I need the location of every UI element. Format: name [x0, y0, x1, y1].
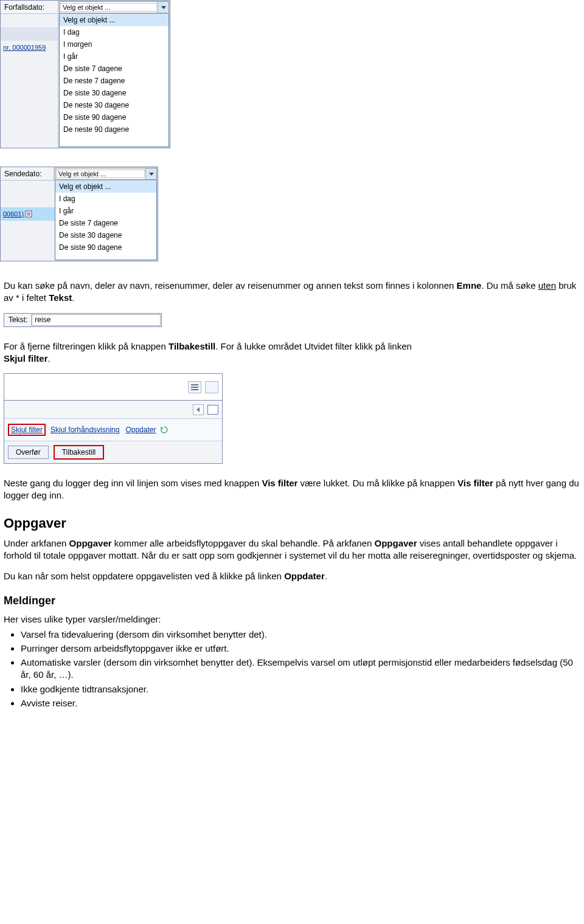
side-row-empty — [1, 108, 58, 121]
filter-toolbar-widget: Skjul filter Skjul forhåndsvisning Oppda… — [4, 373, 223, 464]
refresh-icon — [161, 426, 168, 433]
text: For å fjerne filtreringen klikk på knapp… — [4, 341, 169, 351]
dropdown-option[interactable]: De neste 30 dagene — [60, 99, 169, 111]
list-icon[interactable] — [188, 381, 201, 393]
tekst-bold: Tekst — [49, 292, 72, 303]
dropdown-option[interactable]: De siste 90 dagene — [55, 241, 156, 253]
side-row-empty — [1, 247, 58, 261]
dropdown-option[interactable]: Velg et objekt ... — [60, 14, 169, 26]
tilbakestill-button[interactable]: Tilbakestill — [54, 445, 105, 460]
code-link[interactable]: 00601) — [1, 207, 58, 221]
dropdown-option[interactable]: De neste 7 dagene — [60, 75, 169, 87]
side-row-empty — [1, 54, 58, 67]
dropdown-option[interactable]: I går — [55, 205, 156, 217]
filter-topbar — [4, 374, 222, 401]
text: . — [72, 292, 74, 303]
reference-number-link[interactable]: nr. 000001959 — [1, 41, 58, 54]
sendedato-dropdown: Sendedato: Velg et objekt ... 00601) Vel… — [0, 167, 158, 261]
meldinger-intro: Her vises ulike typer varsler/meldinger: — [4, 613, 580, 626]
text: kommer alle arbeidsflytoppgaver du skal … — [112, 538, 375, 548]
meldinger-heading: Meldinger — [4, 595, 580, 607]
side-row-empty — [1, 14, 58, 27]
skjul-forhandsvisning-link[interactable]: Skjul forhåndsvisning — [49, 425, 120, 435]
dropdown-option[interactable]: I morgen — [60, 38, 169, 50]
side-row-empty — [1, 181, 58, 194]
text: Du kan når som helst oppdatere oppgaveli… — [4, 571, 284, 581]
side-row-empty — [1, 121, 58, 134]
dropdown-option[interactable]: I går — [60, 50, 169, 63]
dropdown-option[interactable]: De siste 7 dagene — [55, 217, 156, 229]
overfor-button[interactable]: Overfør — [8, 446, 49, 459]
text: . — [325, 571, 327, 581]
text: . For å lukke området Utvidet filter kli… — [215, 341, 412, 351]
tilbakestill-bold: Tilbakestill — [169, 341, 215, 351]
text: . — [48, 353, 50, 364]
meldinger-list: Varsel fra tidevaluering (dersom din vir… — [21, 629, 580, 710]
list-item: Ikke godkjente tidtransaksjoner. — [21, 683, 580, 695]
text: være lukket. Du må klikke på knappen — [297, 478, 457, 488]
vis-filter-bold: Vis filter — [457, 478, 493, 488]
dropdown-option[interactable]: De neste 90 dagene — [60, 123, 169, 136]
sendedato-selected: Velg et objekt ... — [56, 170, 145, 178]
document-icon — [25, 210, 33, 218]
emne-bold: Emne — [457, 280, 482, 291]
oppdater-bold: Oppdater — [284, 571, 325, 581]
dropdown-option[interactable]: De siste 30 dagene — [60, 87, 169, 99]
text: . Du må søke — [481, 280, 538, 291]
side-row-empty — [1, 81, 58, 94]
tekst-label: Tekst: — [5, 314, 32, 326]
vis-filter-bold: Vis filter — [262, 478, 297, 488]
dropdown-option[interactable]: I dag — [55, 193, 156, 205]
chevron-down-icon[interactable] — [145, 168, 156, 179]
tekst-filter-widget: Tekst: reise — [4, 313, 162, 327]
tekst-input[interactable]: reise — [32, 314, 161, 326]
dropdown-option[interactable]: De siste 7 dagene — [60, 63, 169, 75]
dropdown-option[interactable]: I dag — [60, 26, 169, 38]
uten-underline: uten — [538, 280, 556, 291]
filter-remove-paragraph: For å fjerne filtreringen klikk på knapp… — [4, 340, 580, 365]
forfallsdato-options-list: Velg et objekt ... I dag I morgen I går … — [59, 14, 169, 147]
list-item: Avviste reiser. — [21, 697, 580, 709]
oppdater-link[interactable]: Oppdater — [124, 425, 157, 435]
text: Du kan søke på navn, deler av navn, reis… — [4, 280, 457, 291]
svg-rect-4 — [191, 384, 198, 385]
side-row-empty — [1, 94, 58, 108]
list-item: Varsel fra tidevaluering (dersom din vir… — [21, 629, 580, 641]
dropdown-option[interactable]: De siste 90 dagene — [60, 111, 169, 123]
arrow-left-icon[interactable] — [193, 404, 204, 415]
search-instructions-paragraph: Du kan søke på navn, deler av navn, reis… — [4, 280, 580, 305]
oppgaver-bold: Oppgaver — [375, 538, 417, 548]
list-item: Purringer dersom arbeidsflytoppgaver ikk… — [21, 643, 580, 655]
sendedato-select[interactable]: Velg et objekt ... — [55, 168, 157, 180]
dropdown-option[interactable]: Velg et objekt ... — [55, 181, 156, 193]
oppgaver-bold: Oppgaver — [69, 538, 112, 548]
side-row-empty — [1, 194, 58, 207]
filter-links-row: Skjul filter Skjul forhåndsvisning Oppda… — [4, 419, 222, 441]
forfallsdato-dropdown: Forfallsdato: Velg et objekt ... nr. 000… — [0, 0, 170, 148]
sendedato-options-list: Velg et objekt ... I dag I går De siste … — [55, 181, 157, 260]
side-row-empty — [1, 27, 58, 41]
skjul-filter-bold: Skjul filter — [4, 353, 48, 364]
oppgaver-paragraph-1: Under arkfanen Oppgaver kommer alle arbe… — [4, 537, 580, 562]
forfallsdato-select[interactable]: Velg et objekt ... — [59, 1, 169, 13]
side-row-empty — [1, 67, 58, 81]
text: Neste gang du logger deg inn vil linjen … — [4, 478, 262, 488]
blank-icon[interactable] — [205, 381, 218, 393]
oppgaver-paragraph-2: Du kan når som helst oppdatere oppgaveli… — [4, 570, 580, 582]
forfallsdato-header-row: Forfallsdato: Velg et objekt ... — [1, 1, 170, 14]
forfallsdato-selected: Velg et objekt ... — [60, 3, 157, 12]
forfallsdato-label: Forfallsdato: — [1, 1, 58, 13]
sendedato-header-row: Sendedato: Velg et objekt ... — [1, 167, 158, 181]
skjul-filter-link[interactable]: Skjul filter — [8, 424, 46, 436]
svg-rect-6 — [191, 389, 198, 390]
vis-filter-paragraph: Neste gang du logger deg inn vil linjen … — [4, 477, 580, 502]
code-link-label: 00601) — [3, 210, 24, 218]
filter-buttons-row: Overfør Tilbakestill — [4, 441, 222, 463]
sendedato-label: Sendedato: — [1, 167, 54, 180]
window-icon[interactable] — [207, 405, 218, 415]
side-row-empty — [1, 134, 58, 148]
svg-rect-5 — [191, 387, 198, 388]
side-row-empty — [1, 221, 58, 234]
dropdown-option[interactable]: De siste 30 dagene — [55, 229, 156, 241]
chevron-down-icon[interactable] — [158, 2, 169, 13]
